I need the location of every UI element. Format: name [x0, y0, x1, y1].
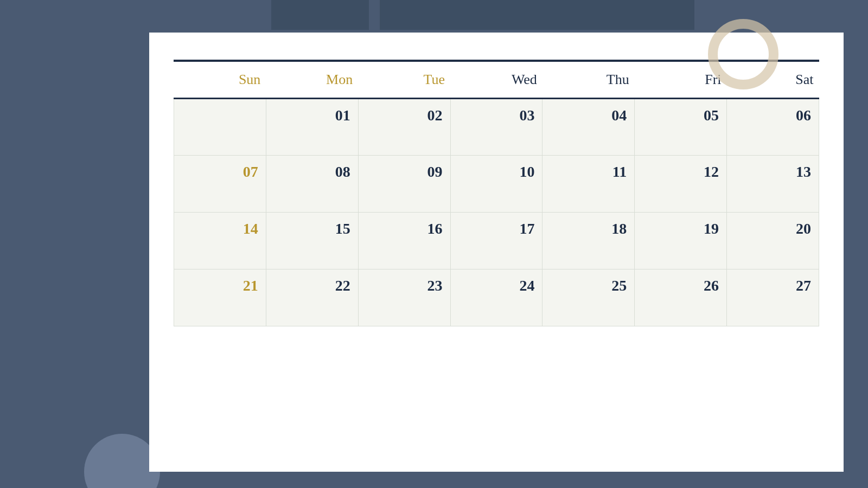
sidebar [0, 0, 144, 488]
calendar-day-cell: 20 [727, 213, 819, 269]
calendar-day-cell: 16 [358, 213, 450, 269]
day-mon: Mon [266, 62, 358, 99]
calendar-week-row: 14151617181920 [174, 213, 819, 269]
calendar-grid: Sun Mon Tue Wed Thu Fri Sat 010203040506… [174, 62, 819, 326]
calendar-day-cell: 27 [727, 269, 819, 326]
decorative-circle-right [708, 19, 778, 89]
calendar-day-cell: 14 [174, 213, 266, 269]
calendar-day-cell: 13 [727, 156, 819, 213]
calendar-container: Sun Mon Tue Wed Thu Fri Sat 010203040506… [149, 33, 844, 472]
bg-tab-decoration-2 [380, 0, 694, 30]
calendar-day-cell: 21 [174, 269, 266, 326]
calendar-day-cell: 04 [542, 99, 635, 156]
calendar-day-cell: 10 [450, 156, 542, 213]
calendar-day-cell: 24 [450, 269, 542, 326]
calendar-day-cell: 25 [542, 269, 635, 326]
calendar-day-cell: 17 [450, 213, 542, 269]
calendar-day-cell: 09 [358, 156, 450, 213]
calendar-day-cell: 02 [358, 99, 450, 156]
calendar-day-cell: 26 [635, 269, 727, 326]
calendar-day-cell: 23 [358, 269, 450, 326]
calendar-week-row: 07080910111213 [174, 156, 819, 213]
calendar-day-cell: 07 [174, 156, 266, 213]
day-thu: Thu [542, 62, 635, 99]
calendar-day-cell: 08 [266, 156, 358, 213]
calendar-day-cell: 01 [266, 99, 358, 156]
calendar-day-cell: 05 [635, 99, 727, 156]
decorative-circle-left [84, 434, 160, 488]
calendar-week-row: 010203040506 [174, 99, 819, 156]
calendar-day-cell: 03 [450, 99, 542, 156]
calendar-day-cell: 12 [635, 156, 727, 213]
calendar-day-cell: 15 [266, 213, 358, 269]
day-wed: Wed [450, 62, 542, 99]
day-sun: Sun [174, 62, 266, 99]
calendar-day-cell: 18 [542, 213, 635, 269]
calendar-day-cell: 11 [542, 156, 635, 213]
bg-tab-decoration [271, 0, 369, 30]
calendar-day-cell: 22 [266, 269, 358, 326]
calendar-week-row: 21222324252627 [174, 269, 819, 326]
calendar-day-cell: 19 [635, 213, 727, 269]
calendar-day-cell: 06 [727, 99, 819, 156]
calendar-day-cell [174, 99, 266, 156]
day-tue: Tue [358, 62, 450, 99]
